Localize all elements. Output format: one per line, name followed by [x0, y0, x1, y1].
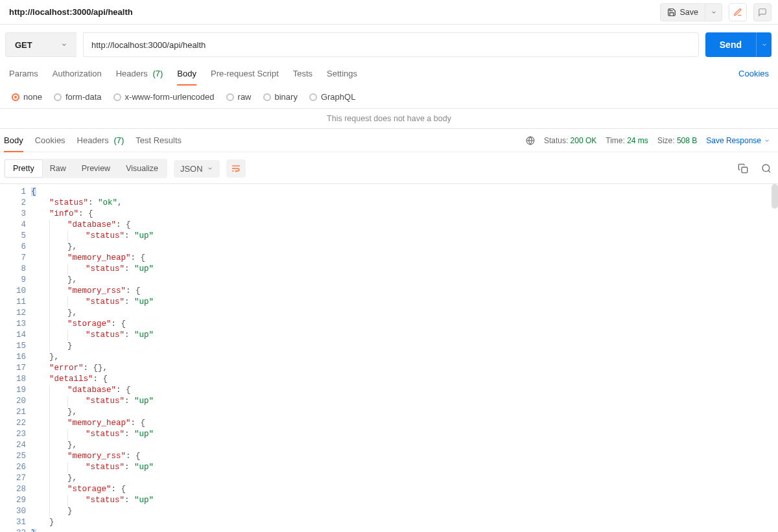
format-select[interactable]: JSON [174, 160, 220, 178]
request-row: GET http://localhost:3000/api/health Sen… [0, 25, 778, 64]
comment-button[interactable] [753, 3, 772, 21]
svg-point-5 [762, 165, 770, 172]
search-icon[interactable] [761, 163, 772, 174]
copy-icon[interactable] [738, 163, 748, 174]
edit-button[interactable] [729, 3, 747, 21]
code-line: }, [31, 275, 778, 286]
code-line: } [31, 517, 778, 528]
size-pair: Size: 508 B [657, 136, 697, 145]
send-dropdown[interactable] [756, 32, 772, 57]
code-line: "database": { [31, 220, 778, 231]
body-type-urlencoded[interactable]: x-www-form-urlencoded [113, 92, 215, 102]
code-line: }, [31, 308, 778, 319]
chevron-down-icon [711, 9, 717, 16]
code-line: "storage": { [31, 319, 778, 330]
pencil-icon [733, 8, 742, 17]
tab-params[interactable]: Params [9, 66, 38, 81]
svg-rect-4 [742, 167, 748, 173]
code-line: }, [31, 473, 778, 484]
code-line: "info": { [31, 209, 778, 220]
send-button[interactable]: Send [705, 32, 756, 57]
code-line: "status": "up" [31, 462, 778, 473]
code-line: "status": "up" [31, 495, 778, 506]
save-button[interactable]: Save [660, 3, 706, 21]
method-select[interactable]: GET [5, 32, 77, 57]
scrollbar-thumb[interactable] [772, 184, 778, 209]
request-tabs: Params Authorization Headers (7) Body Pr… [0, 64, 778, 83]
tab-authorization[interactable]: Authorization [53, 66, 102, 81]
status-pair: Status: 200 OK [544, 136, 596, 145]
body-type-row: none form-data x-www-form-urlencoded raw… [0, 83, 778, 108]
resp-tab-headers-count: (7) [111, 135, 124, 145]
code-line: "status": "up" [31, 264, 778, 275]
code-line: "status": "up" [31, 429, 778, 440]
pill-pretty[interactable]: Pretty [5, 160, 42, 177]
code-line: } [31, 341, 778, 352]
tab-headers[interactable]: Headers (7) [116, 66, 163, 81]
time-value: 24 ms [627, 136, 648, 145]
save-response-button[interactable]: Save Response [706, 136, 770, 145]
code-line: "details": { [31, 374, 778, 385]
resp-tab-body[interactable]: Body [4, 133, 23, 148]
code-line: } [31, 506, 778, 517]
body-type-formdata[interactable]: form-data [54, 92, 102, 102]
resp-tab-headers-label: Headers [77, 135, 109, 145]
body-type-graphql[interactable]: GraphQL [309, 92, 355, 102]
code-line: "error": {}, [31, 363, 778, 374]
code-line: "storage": { [31, 484, 778, 495]
send-button-group: Send [705, 32, 772, 57]
resp-tab-cookies[interactable]: Cookies [35, 133, 65, 148]
code-line: }, [31, 352, 778, 363]
cookies-link[interactable]: Cookies [738, 69, 769, 78]
response-body[interactable]: 1234567891011121314151617181920212223242… [0, 184, 778, 532]
tab-tests[interactable]: Tests [293, 66, 312, 81]
body-type-none[interactable]: none [12, 92, 42, 102]
wrap-lines-button[interactable] [226, 159, 246, 178]
time-pair: Time: 24 ms [606, 136, 648, 145]
size-value: 508 B [677, 136, 697, 145]
code-line: { [31, 187, 778, 198]
code-line: }, [31, 242, 778, 253]
save-icon [667, 8, 676, 17]
code-line: "status": "up" [31, 297, 778, 308]
tab-headers-count: (7) [150, 69, 163, 78]
page-title: http://localhost:3000/api/health [9, 7, 133, 17]
response-meta: Body Cookies Headers (7) Test Results St… [0, 129, 778, 148]
resp-tab-testresults[interactable]: Test Results [136, 133, 182, 148]
tab-prerequest[interactable]: Pre-request Script [211, 66, 279, 81]
chevron-down-icon [761, 41, 768, 48]
resp-tab-headers[interactable]: Headers (7) [77, 133, 124, 148]
status-value: 200 OK [571, 136, 597, 145]
tab-body[interactable]: Body [177, 66, 196, 81]
code-line: }, [31, 407, 778, 418]
pill-preview[interactable]: Preview [74, 160, 118, 177]
format-value: JSON [180, 164, 203, 174]
code-line: "database": { [31, 385, 778, 396]
code-line: "status": "up" [31, 231, 778, 242]
code-line: "memory_heap": { [31, 418, 778, 429]
comment-icon [758, 8, 767, 17]
svg-line-6 [768, 170, 770, 172]
tab-settings[interactable]: Settings [327, 66, 357, 81]
code-line: "memory_heap": { [31, 253, 778, 264]
chevron-down-icon [764, 137, 770, 144]
body-type-binary[interactable]: binary [263, 92, 298, 102]
pill-raw[interactable]: Raw [42, 160, 74, 177]
topbar: http://localhost:3000/api/health Save [0, 0, 778, 25]
url-input[interactable]: http://localhost:3000/api/health [83, 32, 699, 57]
code-line: "memory_rss": { [31, 451, 778, 462]
code-view[interactable]: {"status": "ok","info": {"database": {"s… [31, 184, 778, 532]
code-line: "status": "up" [31, 330, 778, 341]
save-button-group: Save [660, 3, 723, 21]
body-empty: This request does not have a body [0, 108, 778, 129]
chevron-down-icon [207, 165, 213, 172]
url-value: http://localhost:3000/api/health [91, 40, 206, 50]
line-gutter: 1234567891011121314151617181920212223242… [0, 184, 31, 532]
code-line: "memory_rss": { [31, 286, 778, 297]
pill-visualize[interactable]: Visualize [118, 160, 166, 177]
response-toolbar: Pretty Raw Preview Visualize JSON [0, 152, 778, 184]
body-type-raw[interactable]: raw [226, 92, 252, 102]
globe-icon[interactable] [526, 136, 535, 145]
save-dropdown[interactable] [705, 3, 722, 21]
code-line: "status": "ok", [31, 198, 778, 209]
